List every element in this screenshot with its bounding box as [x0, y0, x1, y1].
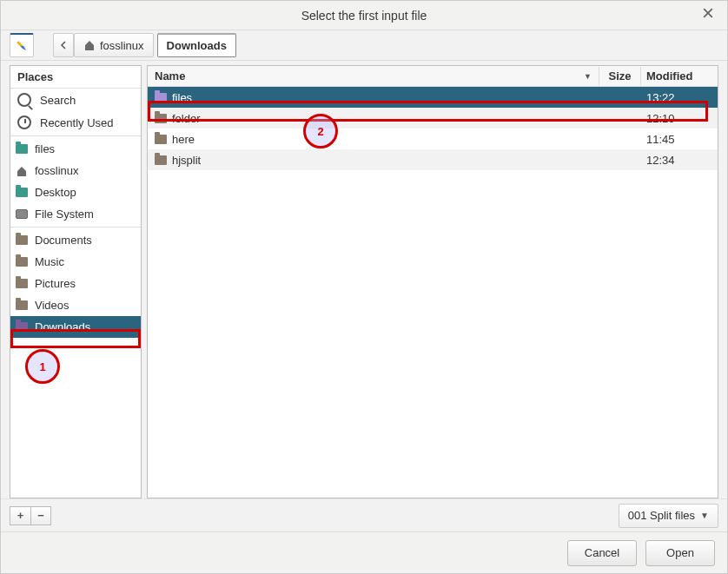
- sidebar-item-label: files: [35, 142, 55, 155]
- breadcrumb-current[interactable]: Downloads: [157, 33, 236, 57]
- edit-path-button[interactable]: [10, 33, 34, 57]
- sidebar-item-documents[interactable]: Documents: [10, 229, 141, 251]
- sidebar-item-home[interactable]: fosslinux: [10, 160, 141, 181]
- sidebar-item-label: Documents: [35, 234, 92, 247]
- sidebar-item-label: fosslinux: [35, 164, 79, 177]
- sidebar-item-filesystem[interactable]: File System: [10, 203, 141, 225]
- file-row[interactable]: files 13:22: [148, 87, 718, 108]
- breadcrumb: fosslinux Downloads: [53, 33, 240, 57]
- sidebar-header: Places: [10, 66, 141, 89]
- bookmark-bar: + − 001 Split files ▼: [1, 498, 727, 531]
- file-modified: 12:34: [641, 154, 718, 167]
- folder-icon: [16, 188, 28, 197]
- folder-icon: [16, 279, 28, 288]
- chevron-down-icon: ▼: [700, 511, 709, 520]
- sidebar-item-recent[interactable]: Recently Used: [10, 111, 141, 134]
- search-icon: [17, 93, 31, 107]
- folder-icon: [155, 114, 167, 123]
- close-icon[interactable]: [703, 8, 717, 22]
- window-title: Select the first input file: [301, 9, 427, 23]
- file-row[interactable]: folder 12:10: [148, 108, 718, 129]
- folder-icon: [155, 155, 167, 165]
- sidebar-item-music[interactable]: Music: [10, 251, 141, 273]
- file-dialog-window: Select the first input file fosslinux Do…: [0, 0, 728, 574]
- home-icon: [16, 165, 28, 177]
- file-list-header: Name ▼ Size Modified: [148, 66, 718, 87]
- filter-label: 001 Split files: [628, 509, 695, 522]
- folder-icon: [16, 300, 28, 310]
- breadcrumb-prev-label: fosslinux: [100, 39, 144, 52]
- open-button[interactable]: Open: [645, 540, 715, 566]
- sidebar-item-files[interactable]: files: [10, 138, 141, 160]
- sidebar-item-label: Downloads: [35, 320, 90, 333]
- places-sidebar: Places Search Recently Used files fo: [10, 65, 142, 498]
- sidebar-list: Search Recently Used files fosslinux: [10, 89, 141, 338]
- file-name: hjsplit: [172, 154, 201, 167]
- column-header-modified[interactable]: Modified: [641, 67, 718, 85]
- file-modified: 12:10: [641, 112, 718, 125]
- sidebar-item-search[interactable]: Search: [10, 89, 141, 111]
- file-name: folder: [172, 112, 201, 125]
- col-mod-label: Modified: [646, 69, 692, 82]
- file-modified: 11:45: [641, 133, 718, 146]
- sidebar-search-label: Search: [40, 94, 76, 107]
- folder-icon: [16, 235, 28, 245]
- sidebar-item-label: Music: [35, 255, 64, 268]
- dialog-buttons: Cancel Open: [1, 531, 727, 573]
- file-list-panel: Name ▼ Size Modified files 13:22 folder: [147, 65, 718, 498]
- folder-icon: [16, 322, 28, 332]
- sidebar-item-label: Pictures: [35, 277, 76, 290]
- file-row[interactable]: here 11:45: [148, 129, 718, 149]
- folder-icon: [155, 135, 167, 144]
- main-panel: Places Search Recently Used files fo: [1, 60, 727, 498]
- sidebar-item-label: Videos: [35, 299, 69, 312]
- divider: [10, 227, 141, 228]
- sidebar-recent-label: Recently Used: [40, 116, 114, 129]
- file-modified: 13:22: [641, 91, 718, 104]
- file-row[interactable]: hjsplit 12:34: [148, 149, 718, 170]
- bookmark-buttons: + −: [10, 506, 51, 525]
- sidebar-item-videos[interactable]: Videos: [10, 294, 141, 316]
- drive-icon: [16, 209, 28, 219]
- folder-icon: [16, 257, 28, 267]
- column-header-size[interactable]: Size: [599, 67, 641, 85]
- col-name-label: Name: [155, 69, 185, 82]
- file-list-body: files 13:22 folder 12:10 here 11:45 hjsp…: [148, 87, 718, 498]
- home-icon: [83, 39, 96, 51]
- breadcrumb-current-label: Downloads: [167, 39, 227, 52]
- pencil-icon: [13, 37, 30, 55]
- sidebar-item-label: File System: [35, 208, 94, 221]
- cancel-button[interactable]: Cancel: [567, 540, 637, 566]
- file-name: files: [172, 91, 192, 104]
- sidebar-item-desktop[interactable]: Desktop: [10, 181, 141, 203]
- breadcrumb-prev[interactable]: fosslinux: [74, 33, 154, 57]
- column-header-name[interactable]: Name ▼: [148, 67, 599, 85]
- sidebar-item-downloads[interactable]: Downloads: [10, 316, 141, 338]
- toolbar: fosslinux Downloads: [1, 30, 727, 60]
- titlebar: Select the first input file: [1, 1, 727, 30]
- clock-icon: [17, 115, 31, 129]
- back-button[interactable]: [53, 33, 74, 57]
- col-size-label: Size: [608, 69, 631, 82]
- folder-icon: [16, 144, 28, 154]
- file-type-filter[interactable]: 001 Split files ▼: [619, 504, 718, 528]
- divider: [10, 135, 141, 136]
- remove-bookmark-button[interactable]: −: [30, 506, 51, 525]
- folder-icon: [155, 93, 167, 102]
- sidebar-item-label: Desktop: [35, 186, 76, 199]
- sort-desc-icon: ▼: [584, 72, 592, 81]
- add-bookmark-button[interactable]: +: [10, 506, 30, 525]
- sidebar-item-pictures[interactable]: Pictures: [10, 273, 141, 294]
- file-name: here: [172, 133, 195, 146]
